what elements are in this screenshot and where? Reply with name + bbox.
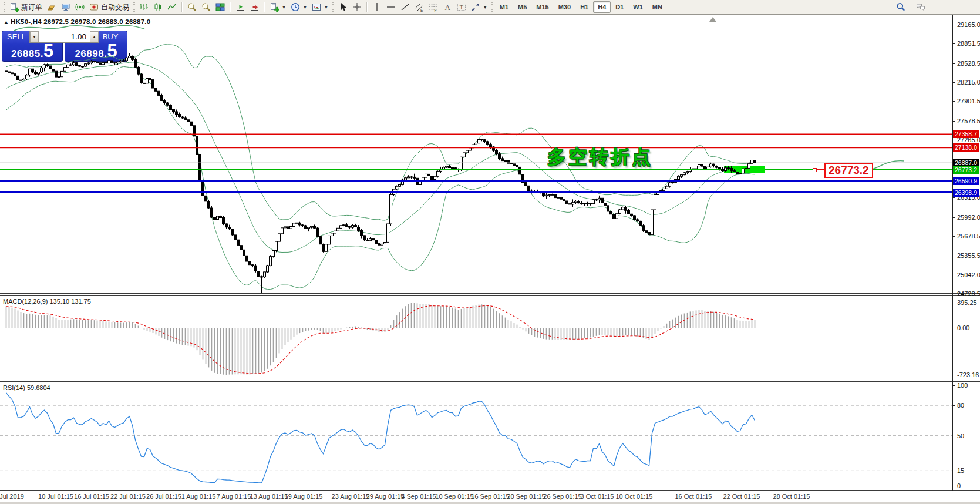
periods-button[interactable]: ▼: [288, 1, 309, 14]
axis-tick-label: 0: [957, 482, 961, 489]
terminal-button[interactable]: [59, 1, 73, 14]
date-tick-label: 22 Jul 01:15: [110, 493, 146, 500]
svg-text:T: T: [460, 4, 463, 11]
axis-tick-label: 395.25: [957, 299, 977, 306]
axis-tick: [952, 405, 955, 406]
axis-tick: [952, 256, 955, 256]
axis-tick-label: 25355.5: [957, 252, 980, 259]
axis-tick: [952, 436, 955, 436]
timeframe-m1-button[interactable]: M1: [495, 1, 513, 13]
axis-tick: [952, 375, 955, 375]
axis-tick: [952, 63, 955, 64]
axis-tick: [952, 303, 955, 303]
axis-tick-label: 25992.0: [957, 214, 980, 221]
bar-chart-button[interactable]: [137, 1, 151, 14]
terminal-icon: [61, 2, 70, 12]
axis-tick: [952, 140, 955, 140]
auto-trading-button[interactable]: 自动交易: [87, 1, 132, 14]
axis-tick-label: 24728.5: [957, 290, 980, 297]
crosshair-button[interactable]: [350, 1, 364, 14]
axis-tick-label: 28528.5: [957, 60, 980, 67]
axis-tick: [952, 275, 955, 275]
candlestick-button[interactable]: [151, 1, 165, 14]
auto-scroll-button[interactable]: [247, 1, 261, 14]
turning-point-annotation[interactable]: 多空转折点: [547, 145, 653, 170]
horizontal-line-button[interactable]: [384, 1, 398, 14]
zoom-out-button[interactable]: [199, 1, 213, 14]
date-tick-label: 10 Sep 01:15: [435, 493, 473, 500]
svg-text:F: F: [434, 8, 436, 12]
price-axis-line: [952, 15, 953, 491]
crosshair-icon: [352, 2, 362, 12]
text-button[interactable]: A: [440, 1, 454, 14]
line-chart-button[interactable]: [165, 1, 179, 14]
chevron-down-icon[interactable]: ▼: [324, 5, 328, 9]
axis-tick: [952, 486, 955, 486]
auto-trading-label: 自动交易: [101, 2, 129, 12]
cursor-icon: [338, 2, 348, 12]
tile-windows-button[interactable]: [213, 1, 227, 14]
axis-tick: [952, 236, 955, 237]
chevron-down-icon[interactable]: ▼: [483, 5, 487, 9]
date-tick-label: 26 Sep 01:15: [543, 493, 581, 500]
main-toolbar: 新订单自动交易▼▼▼EFAT▼M1M5M15M30H1H4D1W1MN: [0, 0, 980, 15]
price-level-label: 27138.0: [953, 143, 979, 152]
arrows-button[interactable]: ▼: [469, 1, 490, 14]
gold-button[interactable]: [45, 1, 59, 14]
pane-separator-rsi[interactable]: [0, 379, 980, 382]
trendline-button[interactable]: [398, 1, 412, 14]
axis-tick: [952, 385, 955, 386]
axis-tick: [952, 121, 955, 122]
channel-button[interactable]: E: [412, 1, 426, 14]
chevron-down-icon[interactable]: ▼: [282, 5, 286, 9]
new-order-label: 新订单: [21, 2, 42, 12]
fibonacci-button[interactable]: F: [426, 1, 440, 14]
date-tick-label: 23 Aug 01:15: [332, 493, 370, 500]
signal-icon: [75, 2, 85, 12]
callout-connector-line: [816, 169, 824, 170]
new-order-button[interactable]: 新订单: [7, 1, 45, 14]
horizontal-line-icon: [386, 2, 396, 12]
date-tick-label: 4 Sep 01:15: [401, 493, 436, 500]
date-tick-label: 16 Sep 01:15: [471, 493, 509, 500]
timeframe-d1-button[interactable]: D1: [611, 1, 628, 13]
axis-tick-label: 25678.5: [957, 233, 980, 240]
toolbar-separator: [264, 2, 265, 12]
chevron-down-icon[interactable]: ▼: [303, 5, 307, 9]
template-button[interactable]: ▼: [309, 1, 331, 14]
vertical-line-button[interactable]: [370, 1, 384, 14]
timeframe-m5-button[interactable]: M5: [513, 1, 531, 13]
timeframe-mn-button[interactable]: MN: [648, 1, 667, 13]
axis-tick-label: 100: [957, 382, 968, 389]
rsi-indicator-pane[interactable]: [0, 382, 952, 490]
label-button[interactable]: T: [454, 1, 469, 14]
timeframe-h4-button[interactable]: H4: [593, 1, 611, 13]
toolbar-separator: [366, 2, 368, 12]
main-price-chart[interactable]: [0, 16, 952, 293]
fibonacci-icon: F: [429, 2, 438, 12]
price-callout-label[interactable]: 26773.2: [824, 163, 873, 178]
date-tick-label: 20 Sep 01:15: [507, 493, 545, 500]
timeframe-m15-button[interactable]: M15: [531, 1, 553, 13]
toolbar-drag-handle: [133, 2, 135, 12]
chart-shift-button[interactable]: [233, 1, 247, 14]
toolbar-drag-handle: [4, 2, 5, 12]
timeframe-m30-button[interactable]: M30: [554, 1, 575, 13]
date-tick-label: 22 Oct 01:15: [723, 493, 760, 500]
indicators-button[interactable]: ▼: [267, 1, 288, 14]
auto-scroll-icon: [250, 2, 259, 12]
cursor-button[interactable]: [336, 1, 350, 14]
zoom-in-icon: [187, 2, 197, 12]
timeframe-h1-button[interactable]: H1: [575, 1, 593, 13]
date-tick-label: 10 Jul 01:15: [38, 493, 73, 500]
signal-button[interactable]: [73, 1, 87, 14]
zoom-in-button[interactable]: [185, 1, 199, 14]
search-button[interactable]: [894, 1, 908, 14]
date-tick-label: 10 Oct 01:15: [616, 493, 653, 500]
axis-tick: [952, 43, 955, 44]
chart-bottom-border: [0, 490, 980, 491]
date-tick-label: 16 Jul 01:15: [74, 493, 109, 500]
macd-indicator-pane[interactable]: [0, 296, 952, 379]
timeframe-w1-button[interactable]: W1: [628, 1, 648, 13]
chat-button[interactable]: [914, 1, 928, 14]
